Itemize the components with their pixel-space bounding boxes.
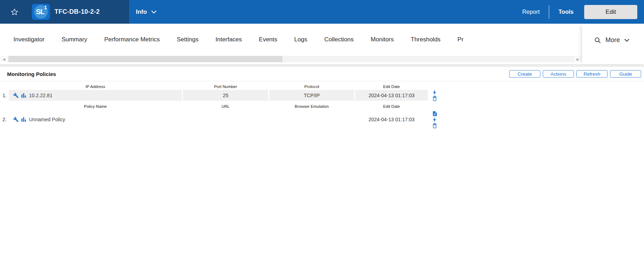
column-header-ip-address: IP Address (9, 84, 182, 90)
policy-name[interactable]: 10.2.22.81 (29, 93, 52, 98)
actions-button[interactable]: Actions (543, 70, 574, 78)
panel-header: Monitoring Policies Create Actions Refre… (0, 67, 644, 81)
bar-chart-icon[interactable] (21, 117, 27, 122)
protocol-cell: TCP/IP (269, 90, 354, 101)
table-row: 1. 10.2.22.81 25 TCP/IP 2024-04-13 01:17… (0, 90, 644, 101)
tabs-scroll-viewport: Investigator Summary Performance Metrics… (0, 24, 582, 55)
column-header-edit-date-2: Edit Date (355, 104, 428, 110)
guide-button[interactable]: Guide (610, 70, 641, 78)
favorite-star-icon[interactable] (10, 7, 19, 17)
more-dropdown[interactable]: More (594, 36, 629, 44)
column-header-url: URL (183, 104, 268, 110)
row-action-icons (429, 111, 440, 128)
tab-bar: Investigator Summary Performance Metrics… (0, 24, 644, 65)
tab-summary[interactable]: Summary (53, 24, 96, 55)
tab-collections[interactable]: Collections (316, 24, 362, 55)
sl1-logo-superscript: 1 (44, 4, 47, 10)
trash-icon[interactable] (432, 123, 437, 128)
column-header-browser-emulation: Browser Emulation (269, 104, 354, 110)
row-action-icons (429, 90, 440, 101)
more-dropdown-label: More (605, 36, 620, 44)
port-number-cell: 25 (183, 90, 268, 101)
tabs-row: Investigator Summary Performance Metrics… (0, 24, 582, 55)
tabs-horizontal-scrollbar[interactable]: ◀ ▶ (0, 56, 582, 62)
info-dropdown[interactable]: Info (136, 0, 157, 24)
policy-name-cell: Unnamed Policy (9, 117, 182, 122)
top-bar-right-section: Report Tools Edit (522, 0, 644, 24)
wrench-icon[interactable] (13, 117, 19, 122)
lightning-icon[interactable] (432, 90, 437, 95)
column-header-port-number: Port Number (183, 84, 268, 90)
scrollbar-thumb[interactable] (8, 56, 282, 62)
table-row: 2. Unnamed Policy 2024-04-13 01:17:03 (0, 110, 644, 129)
tab-monitors[interactable]: Monitors (362, 24, 402, 55)
column-header-policy-name: Policy Name (9, 104, 182, 110)
lightning-icon[interactable] (432, 117, 437, 122)
create-button[interactable]: Create (509, 70, 540, 78)
trash-icon[interactable] (432, 96, 437, 101)
top-bar-left-section: SL 1 TFC-DB-10-2-2 (0, 0, 129, 24)
document-icon[interactable] (432, 111, 437, 116)
tab-logs[interactable]: Logs (286, 24, 316, 55)
top-bar: SL 1 TFC-DB-10-2-2 Info Report Tools Edi… (0, 0, 644, 24)
tab-interfaces[interactable]: Interfaces (207, 24, 251, 55)
edit-button[interactable]: Edit (584, 5, 637, 19)
page-title: TFC-DB-10-2-2 (54, 8, 100, 16)
monitoring-policies-table: IP Address Port Number Protocol Edit Dat… (0, 81, 644, 129)
bar-chart-icon[interactable] (21, 93, 27, 98)
top-bar-divider (549, 5, 549, 19)
screen: SL 1 TFC-DB-10-2-2 Info Report Tools Edi… (0, 0, 644, 269)
sl1-logo: SL 1 (32, 4, 50, 20)
edit-date-cell: 2024-04-13 01:17:03 (355, 117, 428, 122)
panel-title: Monitoring Policies (7, 71, 56, 77)
scroll-left-arrow-icon[interactable]: ◀ (0, 56, 8, 62)
tools-link[interactable]: Tools (558, 8, 574, 15)
refresh-button[interactable]: Refresh (576, 70, 608, 78)
sl1-logo-circle: SL 1 (34, 5, 48, 19)
tab-settings[interactable]: Settings (168, 24, 207, 55)
monitoring-policies-panel: Monitoring Policies Create Actions Refre… (0, 67, 644, 269)
edit-date-cell: 2024-04-13 01:17:03 (355, 90, 428, 101)
chevron-down-icon (624, 39, 629, 42)
scroll-right-arrow-icon[interactable]: ▶ (574, 56, 582, 62)
table-header-row-1: IP Address Port Number Protocol Edit Dat… (0, 82, 644, 90)
chevron-down-icon (151, 10, 157, 14)
wrench-icon[interactable] (13, 93, 19, 98)
tab-truncated[interactable]: Pr (449, 24, 464, 55)
tabs-more-panel: More (582, 24, 644, 64)
sl1-logo-text: SL (36, 8, 45, 16)
panel-action-buttons: Create Actions Refresh Guide (509, 70, 641, 78)
report-link[interactable]: Report (522, 8, 540, 15)
tab-performance-metrics[interactable]: Performance Metrics (96, 24, 168, 55)
search-icon[interactable] (594, 37, 601, 44)
column-header-protocol: Protocol (269, 84, 354, 90)
column-header-edit-date-1: Edit Date (355, 84, 428, 90)
policy-name-cell: 10.2.22.81 (9, 90, 182, 101)
tab-investigator[interactable]: Investigator (5, 24, 53, 55)
info-dropdown-label: Info (136, 8, 147, 16)
row-index: 1. (0, 93, 9, 98)
policy-name[interactable]: Unnamed Policy (29, 117, 65, 122)
table-header-row-2: Policy Name URL Browser Emulation Edit D… (0, 102, 644, 110)
tab-events[interactable]: Events (251, 24, 286, 55)
tab-thresholds[interactable]: Thresholds (402, 24, 449, 55)
row-index: 2. (0, 117, 9, 122)
